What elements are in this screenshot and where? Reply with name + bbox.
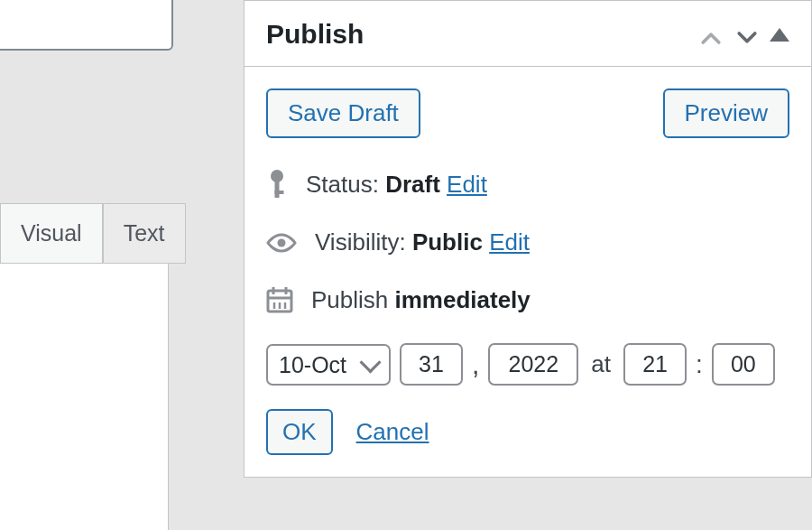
schedule-label: Publish: [311, 286, 395, 313]
publish-panel: Publish Save Draft Preview: [244, 0, 812, 478]
month-select[interactable]: 10-Oct: [266, 344, 391, 386]
at-label: at: [591, 350, 611, 378]
ok-button[interactable]: OK: [266, 409, 333, 455]
triangle-toggle-icon[interactable]: [770, 28, 789, 42]
svg-rect-1: [275, 181, 280, 198]
publish-actions-row: Save Draft Preview: [266, 88, 789, 138]
status-label: Status:: [306, 171, 385, 198]
date-comma: ,: [472, 349, 479, 380]
minute-input[interactable]: [712, 343, 775, 386]
visibility-row: Visibility: Public Edit: [266, 228, 789, 256]
status-edit-link[interactable]: Edit: [447, 171, 487, 198]
schedule-label-bold: immediately: [395, 286, 531, 313]
day-input[interactable]: [400, 343, 463, 386]
title-input-box[interactable]: [0, 0, 173, 51]
tab-visual[interactable]: Visual: [0, 203, 103, 264]
time-colon: :: [696, 350, 703, 379]
hour-input[interactable]: [623, 343, 687, 386]
editor-tab-row: Visual Text: [0, 203, 186, 264]
schedule-row: Publish immediately: [266, 285, 789, 314]
save-draft-button[interactable]: Save Draft: [266, 88, 420, 138]
tab-text[interactable]: Text: [103, 203, 186, 264]
status-value: Draft: [385, 171, 440, 198]
publish-panel-header: Publish: [245, 1, 811, 67]
svg-point-3: [278, 238, 286, 246]
visibility-value: Public: [412, 228, 483, 256]
chevron-up-icon[interactable]: [697, 24, 717, 44]
calendar-icon: [266, 285, 293, 314]
status-row: Status: Draft Edit: [266, 169, 789, 200]
svg-point-0: [271, 170, 283, 182]
editor-content-area[interactable]: [0, 263, 169, 530]
cancel-link[interactable]: Cancel: [356, 418, 429, 446]
key-icon: [266, 169, 288, 200]
schedule-date-row: 10-Oct , at :: [266, 343, 789, 386]
visibility-edit-link[interactable]: Edit: [489, 228, 530, 256]
svg-rect-2: [275, 191, 284, 194]
chevron-down-icon[interactable]: [734, 24, 753, 44]
year-input[interactable]: [488, 343, 578, 386]
preview-button[interactable]: Preview: [663, 88, 789, 138]
visibility-label: Visibility:: [315, 228, 412, 256]
schedule-confirm-row: OK Cancel: [266, 409, 789, 455]
publish-panel-title: Publish: [266, 19, 364, 50]
eye-icon: [266, 232, 297, 254]
panel-order-controls: [697, 24, 789, 44]
